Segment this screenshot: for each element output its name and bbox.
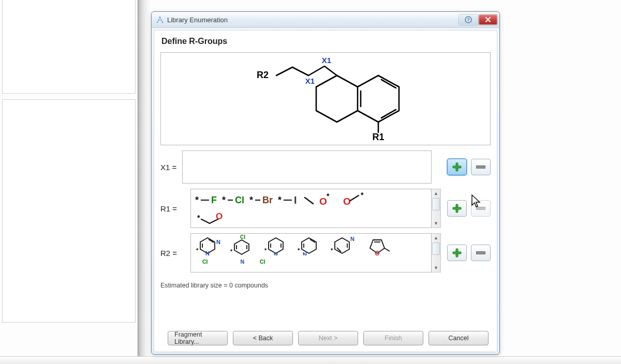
minus-icon (476, 207, 485, 210)
r1-fragments-box[interactable]: *F *Cl *Br *I O* O* *O (190, 189, 432, 228)
scroll-up-icon[interactable]: ▲ (432, 234, 440, 242)
minus-icon (476, 251, 485, 254)
svg-point-0 (157, 22, 158, 23)
overflow-label: CI (260, 259, 265, 265)
window-title: Library Enumeration (167, 16, 228, 24)
fragment-heteroaryl[interactable]: N * (263, 235, 289, 255)
svg-line-27 (201, 219, 210, 223)
svg-text:O: O (343, 196, 351, 207)
svg-line-13 (276, 67, 292, 75)
svg-text:X1: X1 (305, 77, 315, 85)
svg-text:X1: X1 (322, 56, 331, 65)
svg-text:*: * (264, 247, 267, 253)
finish-button: Finish (363, 331, 423, 345)
r2-fragments-box[interactable]: N N * Cl * N * (190, 233, 432, 272)
svg-text:R1: R1 (372, 132, 384, 142)
r2-scrollbar[interactable]: ▲ ▼ (432, 233, 441, 272)
help-icon: ? (465, 16, 472, 23)
x1-fragments-box[interactable] (182, 150, 432, 184)
rgroup-row-r1: R1 = *F *Cl *Br *I O* O* *O (160, 189, 491, 228)
dialog-client-area: Define R-Groups (154, 30, 497, 352)
svg-rect-31 (453, 207, 461, 209)
svg-text:*: * (230, 248, 233, 254)
remove-x1-fragment-button[interactable] (471, 159, 491, 175)
r2-label: R2 = (160, 249, 190, 257)
svg-rect-63 (453, 252, 461, 254)
scroll-thumb[interactable] (432, 242, 440, 255)
svg-point-2 (159, 17, 160, 18)
svg-text:?: ? (467, 17, 470, 22)
close-button[interactable] (479, 14, 497, 25)
svg-point-1 (162, 22, 163, 23)
fragment-furan[interactable]: O (363, 235, 391, 255)
rgroup-row-x1: X1 = (160, 150, 491, 184)
svg-text:*: * (331, 247, 333, 253)
r2-fragment-strip: N N * Cl * N * (193, 235, 429, 271)
r1-scrollbar[interactable]: ▲ ▼ (432, 189, 441, 228)
svg-text:*: * (298, 247, 300, 253)
overflow-label: CI (202, 259, 208, 265)
fragment-I[interactable]: *I (278, 194, 298, 206)
minus-icon (476, 165, 485, 169)
svg-line-11 (308, 66, 324, 75)
fragment-heteroaryl[interactable]: Cl * (228, 235, 256, 255)
svg-text:O: O (375, 250, 379, 255)
svg-text:*: * (197, 214, 200, 222)
svg-text:N: N (350, 236, 354, 242)
close-icon (485, 17, 491, 23)
plus-icon (452, 248, 462, 257)
svg-marker-5 (358, 75, 399, 122)
fragment-oxy[interactable]: O* (338, 192, 365, 208)
wizard-footer: Fragment Library... < Back Next > Finish… (160, 324, 491, 346)
page-title: Define R-Groups (161, 37, 491, 46)
fragment-heteroaryl[interactable]: N N * (195, 235, 221, 255)
remove-r2-fragment-button[interactable] (471, 245, 491, 261)
background-panel (2, 0, 136, 94)
overflow-label: N (240, 259, 244, 265)
add-x1-fragment-button[interactable] (447, 159, 467, 175)
titlebar[interactable]: Library Enumeration ? (152, 12, 499, 28)
svg-text:N: N (205, 250, 210, 255)
scroll-down-icon[interactable]: ▼ (432, 219, 440, 228)
svg-line-12 (292, 67, 308, 75)
plus-icon (452, 162, 462, 172)
cancel-button[interactable]: Cancel (428, 331, 489, 345)
remove-r1-fragment-button[interactable] (471, 200, 491, 217)
scaffold-structure: R1 R2 X1 X1 (196, 55, 455, 143)
rgroup-row-r2: R2 = N N * Cl * (160, 233, 491, 272)
splitter-bar[interactable] (138, 0, 152, 364)
fragment-methoxy[interactable]: O* (303, 192, 333, 208)
svg-line-24 (350, 195, 359, 201)
svg-text:O: O (216, 213, 223, 221)
background-bottom-bar (0, 356, 621, 364)
next-button: Next > (298, 331, 358, 345)
scaffold-structure-box[interactable]: R1 R2 X1 X1 (160, 52, 491, 145)
svg-text:O: O (319, 196, 327, 207)
back-button[interactable]: < Back (233, 331, 293, 345)
fragment-heteroaryl[interactable]: N * (297, 235, 322, 255)
fragment-Cl[interactable]: *Cl (222, 195, 244, 206)
svg-line-61 (385, 248, 390, 251)
add-r1-fragment-button[interactable] (447, 200, 467, 217)
scroll-up-icon[interactable]: ▲ (432, 189, 440, 198)
svg-text:N: N (274, 251, 278, 255)
fragment-F[interactable]: *F (195, 195, 217, 206)
fragment-epoxide[interactable]: *O (195, 213, 429, 226)
svg-rect-19 (453, 166, 461, 168)
help-button[interactable]: ? (459, 14, 478, 25)
library-enumeration-dialog: Library Enumeration ? Define R-Groups (151, 11, 500, 355)
svg-text:R2: R2 (257, 70, 269, 80)
fragment-heteroaryl[interactable]: N * (330, 235, 356, 255)
svg-text:Cl: Cl (240, 235, 245, 240)
svg-line-10 (324, 66, 337, 75)
svg-text:*: * (327, 192, 330, 200)
fragment-Br[interactable]: *Br (249, 195, 273, 206)
svg-text:N: N (303, 251, 307, 255)
fragment-library-button[interactable]: Fragment Library... (168, 331, 228, 345)
plus-icon (452, 204, 462, 213)
scroll-thumb[interactable] (432, 198, 440, 210)
estimated-library-size: Estimated library size = 0 compounds (160, 282, 491, 289)
scroll-down-icon[interactable]: ▼ (432, 264, 440, 272)
add-r2-fragment-button[interactable] (447, 245, 467, 261)
app-icon (156, 16, 164, 24)
